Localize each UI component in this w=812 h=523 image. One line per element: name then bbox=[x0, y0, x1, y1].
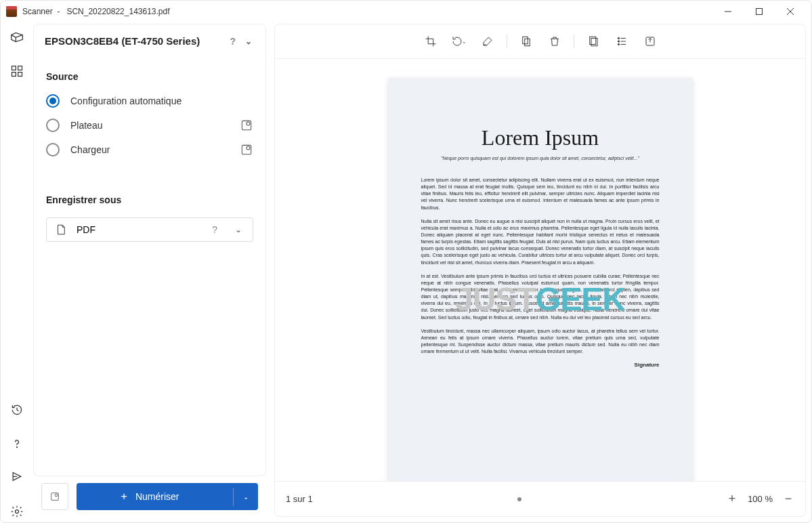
save-as-label: Enregistrer sous bbox=[34, 181, 265, 212]
preview-icon[interactable] bbox=[240, 143, 253, 156]
source-auto-label: Configuration automatique bbox=[70, 96, 253, 106]
source-label: Source bbox=[34, 58, 265, 89]
format-help-icon[interactable]: ? bbox=[207, 224, 223, 235]
device-name: EPSON3C8EB4 (ET-4750 Series) bbox=[45, 35, 200, 47]
device-help-icon[interactable]: ? bbox=[223, 36, 242, 47]
rail-feedback[interactable] bbox=[6, 467, 28, 488]
rail-gallery[interactable] bbox=[6, 60, 28, 82]
device-selector[interactable]: EPSON3C8EB4 (ET-4750 Series) ? ⌄ bbox=[34, 24, 265, 58]
radio-icon bbox=[46, 94, 60, 108]
preview-toolbar: ⌄ bbox=[274, 24, 806, 59]
titlebar: Scanner - SCN_20220822_143613.pdf bbox=[1, 1, 811, 22]
radio-icon bbox=[46, 119, 60, 132]
rail-help[interactable] bbox=[6, 433, 28, 455]
chevron-down-icon: ⌄ bbox=[242, 37, 255, 46]
pdf-icon bbox=[55, 224, 67, 236]
copy-button[interactable] bbox=[580, 29, 607, 54]
chevron-down-icon: ⌄ bbox=[232, 225, 244, 234]
rail-settings[interactable] bbox=[6, 501, 28, 522]
source-flatbed-label: Plateau bbox=[70, 120, 229, 131]
doc-title: Lorem Ipsum bbox=[421, 125, 660, 150]
source-option-flatbed[interactable]: Plateau bbox=[34, 113, 265, 138]
maximize-button[interactable] bbox=[744, 1, 775, 22]
preview-scan-button[interactable] bbox=[41, 483, 68, 510]
preview-icon[interactable] bbox=[240, 119, 253, 132]
source-feeder-label: Chargeur bbox=[70, 144, 229, 155]
preview-canvas[interactable]: Lorem Ipsum "Neque porro quisquam est qu… bbox=[274, 59, 806, 482]
svg-point-15 bbox=[55, 494, 58, 497]
scanned-page: Lorem Ipsum "Neque porro quisquam est qu… bbox=[389, 78, 692, 482]
svg-rect-18 bbox=[589, 37, 595, 44]
scan-button[interactable]: + Numériser ⌄ bbox=[77, 483, 258, 510]
svg-rect-7 bbox=[18, 72, 22, 77]
app-title: Scanner bbox=[22, 7, 53, 16]
svg-point-9 bbox=[16, 510, 19, 514]
scan-dropdown[interactable]: ⌄ bbox=[233, 488, 258, 506]
source-option-feeder[interactable]: Chargeur bbox=[34, 138, 265, 162]
zoom-level: 100 % bbox=[748, 494, 773, 504]
crop-button[interactable] bbox=[417, 29, 444, 54]
page-counter: 1 sur 1 bbox=[286, 494, 313, 504]
svg-rect-4 bbox=[12, 66, 16, 70]
doc-paragraph: Lorem ipsum dolor sit amet, consectetur … bbox=[421, 177, 660, 211]
svg-point-13 bbox=[247, 146, 250, 150]
svg-rect-19 bbox=[591, 39, 597, 46]
svg-rect-12 bbox=[242, 145, 251, 154]
reorder-button[interactable] bbox=[608, 29, 635, 54]
rail-scan[interactable] bbox=[6, 26, 28, 48]
format-value: PDF bbox=[77, 224, 197, 235]
zoom-in-button[interactable]: + bbox=[726, 492, 738, 506]
zoom-out-button[interactable]: − bbox=[782, 492, 794, 506]
add-page-button[interactable] bbox=[513, 29, 540, 54]
radio-icon bbox=[46, 143, 60, 156]
svg-point-8 bbox=[17, 447, 18, 448]
svg-rect-14 bbox=[51, 493, 59, 501]
document-filename: SCN_20220822_143613.pdf bbox=[66, 7, 169, 16]
svg-rect-17 bbox=[524, 39, 530, 46]
svg-rect-1 bbox=[756, 9, 763, 15]
svg-point-22 bbox=[618, 43, 619, 45]
svg-point-11 bbox=[247, 122, 250, 125]
svg-point-20 bbox=[618, 37, 619, 39]
preview-statusbar: 1 sur 1 + 100 % − bbox=[274, 482, 806, 517]
doc-paragraph: Nulla sit amet risus ante. Donec eu augu… bbox=[421, 218, 660, 266]
delete-button[interactable] bbox=[541, 29, 568, 54]
rotate-button[interactable]: ⌄ bbox=[446, 29, 473, 54]
edit-button[interactable] bbox=[474, 29, 501, 54]
source-option-auto[interactable]: Configuration automatique bbox=[34, 89, 265, 113]
page-indicator-dot[interactable] bbox=[517, 497, 521, 501]
format-selector[interactable]: PDF ? ⌄ bbox=[46, 217, 253, 242]
doc-quote: "Neque porro quisquam est qui dolorem ip… bbox=[421, 156, 660, 161]
plus-icon: + bbox=[121, 490, 127, 503]
settings-sidebar: EPSON3C8EB4 (ET-4750 Series) ? ⌄ Source … bbox=[33, 24, 266, 517]
left-rail bbox=[1, 22, 33, 522]
svg-rect-5 bbox=[18, 66, 22, 70]
svg-rect-10 bbox=[242, 121, 251, 129]
close-button[interactable] bbox=[775, 1, 806, 22]
app-icon bbox=[6, 6, 17, 17]
rail-history[interactable] bbox=[6, 399, 28, 421]
minimize-button[interactable] bbox=[712, 1, 744, 22]
scan-button-label: Numériser bbox=[135, 491, 179, 502]
share-button[interactable] bbox=[637, 29, 664, 54]
svg-rect-16 bbox=[522, 37, 528, 44]
doc-paragraph: Vestibulum tincidunt, massa nec ullamcor… bbox=[421, 328, 660, 356]
doc-paragraph: In at est. Vestibulum ante ipsum primis … bbox=[421, 273, 660, 321]
preview-pane: ⌄ Lorem Ipsum "Neque porro quisquam est … bbox=[266, 24, 806, 517]
svg-point-21 bbox=[618, 41, 619, 42]
svg-rect-6 bbox=[12, 72, 16, 77]
doc-signature: Signature bbox=[421, 362, 660, 368]
